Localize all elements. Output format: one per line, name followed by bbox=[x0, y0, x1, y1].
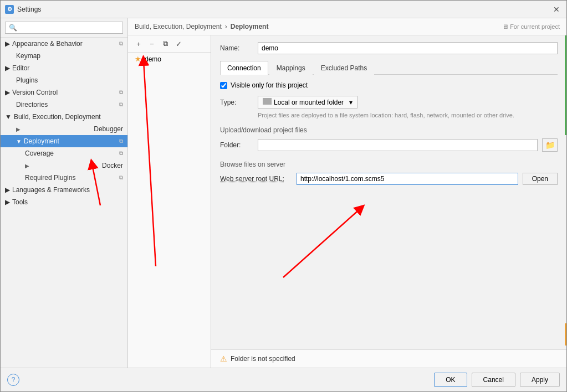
tab-mappings[interactable]: Mappings bbox=[269, 61, 313, 75]
sidebar-item-label: Required Plugins bbox=[25, 174, 75, 182]
sidebar-item-editor[interactable]: ▶ Editor bbox=[1, 62, 127, 74]
visible-only-label: Visible only for this project bbox=[231, 81, 308, 89]
warning-row: ⚠ Folder is not specified bbox=[211, 349, 566, 368]
close-button[interactable]: ✕ bbox=[551, 4, 562, 15]
upload-section-header: Upload/download project files bbox=[220, 126, 558, 134]
tab-excluded-paths[interactable]: Excluded Paths bbox=[314, 61, 374, 75]
open-button[interactable]: Open bbox=[523, 173, 558, 185]
connection-tabs: Connection Mappings Excluded Paths bbox=[220, 61, 558, 75]
add-server-button[interactable]: + bbox=[132, 38, 145, 50]
sidebar-item-directories[interactable]: Directories ⧉ bbox=[1, 99, 127, 111]
copy-server-button[interactable]: ⧉ bbox=[159, 38, 171, 50]
sidebar-item-coverage[interactable]: Coverage ⧉ bbox=[1, 147, 127, 159]
sidebar-item-debugger[interactable]: ▶ Debugger bbox=[1, 123, 127, 135]
server-icon: ★ bbox=[135, 55, 141, 63]
bottom-bar: ? OK Cancel Apply bbox=[1, 368, 566, 391]
sidebar-item-languages[interactable]: ▶ Languages & Frameworks bbox=[1, 184, 127, 196]
sidebar: ▶ Appearance & Behavior ⧉ Keymap ▶ Edito… bbox=[1, 18, 128, 368]
breadcrumb-path2: Deployment bbox=[231, 23, 269, 30]
help-button[interactable]: ? bbox=[7, 374, 19, 386]
sidebar-item-label: Appearance & Behavior bbox=[12, 40, 83, 48]
folder-input[interactable] bbox=[258, 139, 538, 151]
arrow-icon: ▶ bbox=[5, 40, 10, 48]
accent-bar bbox=[565, 35, 566, 135]
for-current-project: 🖥 For current project bbox=[502, 23, 560, 30]
sidebar-item-label: Directories bbox=[16, 101, 48, 109]
url-label: Web server root URL: bbox=[220, 175, 292, 183]
sidebar-item-label: Editor bbox=[12, 64, 29, 72]
type-label: Type: bbox=[220, 99, 253, 106]
type-icon bbox=[263, 98, 272, 105]
browse-section-header: Browse files on server bbox=[220, 161, 558, 168]
copy-icon: ⧉ bbox=[119, 40, 123, 47]
sidebar-item-build-exec[interactable]: ▼ Build, Execution, Deployment bbox=[1, 111, 127, 123]
folder-label: Folder: bbox=[220, 141, 253, 149]
name-row: Name: bbox=[220, 42, 558, 54]
sidebar-item-label: Languages & Frameworks bbox=[12, 186, 90, 194]
remove-server-button[interactable]: − bbox=[146, 38, 158, 50]
confirm-server-button[interactable]: ✓ bbox=[172, 38, 185, 50]
expand-arrow: ▶ bbox=[16, 126, 21, 132]
sidebar-item-label: Coverage bbox=[25, 149, 54, 157]
server-name: demo bbox=[145, 55, 161, 63]
breadcrumb-path1: Build, Execution, Deployment bbox=[135, 23, 222, 30]
warning-icon: ⚠ bbox=[220, 354, 227, 363]
breadcrumb-sep: › bbox=[225, 23, 227, 30]
sidebar-item-label: Deployment bbox=[24, 137, 59, 145]
copy-icon: ⧉ bbox=[119, 101, 123, 108]
sidebar-item-label: Version Control bbox=[12, 89, 58, 96]
sidebar-item-appearance[interactable]: ▶ Appearance & Behavior ⧉ bbox=[1, 38, 127, 50]
web-server-section: Browse files on server Web server root U… bbox=[220, 161, 558, 185]
copy-icon: ⧉ bbox=[119, 150, 123, 157]
arrow-icon: ▶ bbox=[5, 186, 10, 194]
window-title: Settings bbox=[17, 6, 41, 13]
sidebar-item-label: Keymap bbox=[16, 52, 40, 60]
type-description: Project files are deployed to a file sys… bbox=[258, 112, 558, 118]
arrow-icon: ▼ bbox=[5, 113, 12, 121]
url-input[interactable] bbox=[297, 173, 518, 185]
warning-text: Folder is not specified bbox=[231, 355, 295, 363]
breadcrumb: Build, Execution, Deployment › Deploymen… bbox=[128, 18, 566, 35]
sidebar-item-label: Docker bbox=[102, 162, 123, 169]
sidebar-item-deployment[interactable]: ▼ Deployment ⧉ bbox=[1, 135, 127, 147]
sidebar-item-docker[interactable]: ▶ Docker bbox=[1, 159, 127, 172]
sidebar-item-version-control[interactable]: ▶ Version Control ⧉ bbox=[1, 86, 127, 99]
copy-icon: ⧉ bbox=[119, 138, 123, 145]
name-input[interactable] bbox=[258, 42, 558, 54]
accent-bar-warning bbox=[565, 323, 566, 345]
sidebar-item-required-plugins[interactable]: Required Plugins ⧉ bbox=[1, 172, 127, 184]
server-item-demo[interactable]: ★ demo bbox=[128, 53, 211, 65]
server-toolbar: + − ⧉ ✓ bbox=[128, 35, 211, 53]
sidebar-item-label: Tools bbox=[12, 198, 28, 206]
arrow-icon: ▶ bbox=[5, 64, 10, 72]
type-select[interactable]: Local or mounted folder ▾ bbox=[258, 96, 357, 109]
sidebar-item-tools[interactable]: ▶ Tools bbox=[1, 196, 127, 208]
visible-only-row: Visible only for this project bbox=[220, 81, 558, 89]
dropdown-arrow-icon: ▾ bbox=[349, 99, 353, 106]
expand-arrow: ▼ bbox=[16, 138, 22, 145]
copy-icon: ⧉ bbox=[119, 174, 123, 181]
arrow-icon: ▶ bbox=[5, 89, 10, 96]
app-icon: ⚙ bbox=[5, 5, 14, 14]
search-input[interactable] bbox=[5, 22, 123, 34]
cancel-button[interactable]: Cancel bbox=[472, 373, 515, 387]
sidebar-item-keymap[interactable]: Keymap bbox=[1, 50, 127, 62]
copy-icon: ⧉ bbox=[119, 89, 123, 96]
for-project-icon: 🖥 bbox=[502, 23, 508, 30]
sidebar-item-label: Debugger bbox=[94, 125, 123, 133]
search-box bbox=[1, 18, 127, 38]
sidebar-item-label: Build, Execution, Deployment bbox=[14, 113, 101, 121]
apply-button[interactable]: Apply bbox=[520, 373, 560, 387]
ok-button[interactable]: OK bbox=[434, 373, 467, 387]
web-server-row: Web server root URL: Open bbox=[220, 173, 558, 185]
type-row: Type: Local or mounted folder ▾ bbox=[220, 96, 558, 109]
name-label: Name: bbox=[220, 44, 253, 52]
expand-arrow: ▶ bbox=[25, 163, 29, 169]
sidebar-item-plugins[interactable]: Plugins bbox=[1, 74, 127, 86]
config-panel: Name: Connection Mappings Excluded Paths bbox=[211, 35, 566, 349]
arrow-icon: ▶ bbox=[5, 198, 10, 206]
tab-connection[interactable]: Connection bbox=[220, 61, 268, 75]
sidebar-item-label: Plugins bbox=[16, 76, 38, 84]
visible-only-checkbox[interactable] bbox=[220, 82, 227, 89]
browse-folder-button[interactable]: 📁 bbox=[542, 138, 558, 152]
